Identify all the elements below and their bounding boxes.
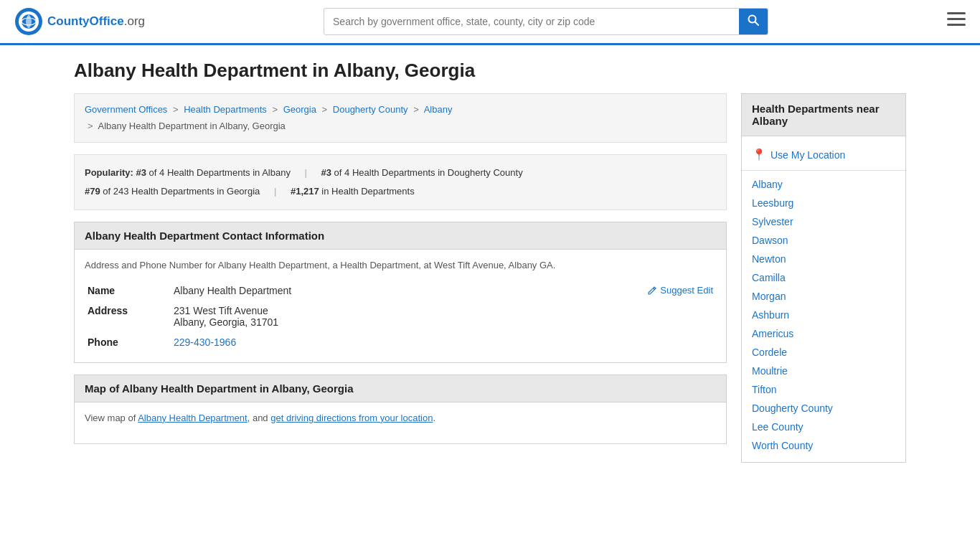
sidebar-link-lee-county[interactable]: Lee County bbox=[742, 418, 905, 436]
table-row-phone: Phone 229-430-1966 bbox=[85, 332, 716, 352]
name-value-container: Albany Health Department Suggest Edit bbox=[174, 285, 713, 296]
map-section: Map of Albany Health Department in Alban… bbox=[74, 375, 727, 444]
pop-div-2: | bbox=[274, 186, 276, 197]
pop-item-4: #1,217 in Health Departments bbox=[291, 182, 415, 201]
svg-rect-8 bbox=[947, 24, 966, 26]
sidebar-link-camilla[interactable]: Camilla bbox=[742, 268, 905, 287]
menu-icon[interactable] bbox=[947, 12, 966, 31]
pop-item-1: #3 of 4 Health Departments in Albany bbox=[136, 164, 291, 182]
phone-value-cell: 229-430-1966 bbox=[171, 332, 716, 352]
address-line1: 231 West Tift Avenue bbox=[174, 305, 713, 316]
sidebar-link-worth-county[interactable]: Worth County bbox=[742, 436, 905, 455]
breadcrumb-sep-3: > bbox=[322, 104, 328, 115]
use-my-location-button[interactable]: 📍 Use My Location bbox=[742, 143, 905, 166]
header: CountyOffice.org bbox=[0, 0, 980, 45]
pop-num-3: #79 bbox=[85, 186, 100, 197]
name-value: Albany Health Department bbox=[174, 285, 291, 296]
table-row-name: Name Albany Health Department bbox=[85, 281, 716, 301]
map-link1[interactable]: Albany Health Department bbox=[138, 413, 247, 423]
pop-div-1: | bbox=[305, 167, 307, 178]
phone-label: Phone bbox=[85, 332, 171, 352]
breadcrumb: Government Offices > Health Departments … bbox=[74, 93, 727, 143]
pop-num-4: #1,217 bbox=[291, 186, 319, 197]
sidebar-divider bbox=[742, 170, 905, 171]
breadcrumb-current: Albany Health Department in Albany, Geor… bbox=[98, 121, 286, 131]
sidebar-link-albany[interactable]: Albany bbox=[742, 175, 905, 194]
sidebar-link-newton[interactable]: Newton bbox=[742, 250, 905, 268]
map-desc-start: View map of bbox=[85, 413, 138, 423]
pop-item-3: #79 of 243 Health Departments in Georgia bbox=[85, 182, 260, 201]
sidebar-link-americus[interactable]: Americus bbox=[742, 324, 905, 343]
address-line2: Albany, Georgia, 31701 bbox=[174, 316, 713, 328]
sidebar-link-sylvester[interactable]: Sylvester bbox=[742, 212, 905, 231]
breadcrumb-link-gov[interactable]: Government Offices bbox=[85, 104, 167, 115]
breadcrumb-link-georgia[interactable]: Georgia bbox=[283, 104, 316, 115]
svg-rect-7 bbox=[947, 18, 966, 20]
search-input[interactable] bbox=[324, 10, 739, 33]
sidebar-link-cordele[interactable]: Cordele bbox=[742, 343, 905, 362]
contact-description: Address and Phone Number for Albany Heal… bbox=[85, 260, 716, 270]
logo-area: CountyOffice.org bbox=[14, 7, 145, 36]
location-pin-icon: 📍 bbox=[752, 148, 766, 161]
sidebar-link-ashburn[interactable]: Ashburn bbox=[742, 306, 905, 324]
contact-section-body: Address and Phone Number for Albany Heal… bbox=[74, 250, 727, 363]
name-label: Name bbox=[85, 281, 171, 301]
logo-text: CountyOffice.org bbox=[47, 14, 145, 29]
main-content: Government Offices > Health Departments … bbox=[74, 93, 727, 463]
address-label: Address bbox=[85, 301, 171, 332]
map-link2[interactable]: get driving directions from your locatio… bbox=[270, 413, 433, 423]
contact-table: Name Albany Health Department bbox=[85, 281, 716, 352]
phone-link[interactable]: 229-430-1966 bbox=[174, 336, 236, 348]
logo-icon bbox=[14, 7, 43, 36]
pop-num-2: #3 bbox=[321, 167, 331, 178]
page-title: Albany Health Department in Albany, Geor… bbox=[74, 60, 906, 82]
hamburger-icon bbox=[947, 12, 966, 27]
main-wrapper: Albany Health Department in Albany, Geor… bbox=[60, 45, 920, 477]
map-section-body: View map of Albany Health Department, an… bbox=[74, 402, 727, 444]
pop-num-1: #3 bbox=[136, 167, 146, 178]
use-my-location-label: Use My Location bbox=[771, 149, 845, 161]
contact-section: Albany Health Department Contact Informa… bbox=[74, 222, 727, 363]
breadcrumb-link-albany[interactable]: Albany bbox=[424, 104, 453, 115]
sidebar-body: 📍 Use My Location Albany Leesburg Sylves… bbox=[741, 136, 906, 463]
content-layout: Government Offices > Health Departments … bbox=[74, 93, 906, 463]
map-desc-end: . bbox=[433, 413, 435, 423]
sidebar-link-morgan[interactable]: Morgan bbox=[742, 287, 905, 306]
map-description: View map of Albany Health Department, an… bbox=[85, 413, 716, 423]
breadcrumb-sep-2: > bbox=[272, 104, 278, 115]
suggest-edit-link[interactable]: Suggest Edit bbox=[647, 285, 713, 296]
sidebar: Health Departments near Albany 📍 Use My … bbox=[741, 93, 906, 463]
search-icon bbox=[748, 14, 759, 26]
sidebar-link-dawson[interactable]: Dawson bbox=[742, 231, 905, 250]
map-desc-mid: , and bbox=[248, 413, 271, 423]
contact-section-header: Albany Health Department Contact Informa… bbox=[74, 222, 727, 250]
sidebar-link-dougherty-county[interactable]: Dougherty County bbox=[742, 399, 905, 418]
breadcrumb-sep-4: > bbox=[413, 104, 419, 115]
table-row-address: Address 231 West Tift Avenue Albany, Geo… bbox=[85, 301, 716, 332]
breadcrumb-link-health[interactable]: Health Departments bbox=[184, 104, 267, 115]
sidebar-link-moultrie[interactable]: Moultrie bbox=[742, 362, 905, 380]
sidebar-link-leesburg[interactable]: Leesburg bbox=[742, 194, 905, 212]
breadcrumb-sep-1: > bbox=[173, 104, 179, 115]
search-area bbox=[324, 8, 768, 35]
popularity-label: Popularity: bbox=[85, 167, 133, 178]
sidebar-header: Health Departments near Albany bbox=[741, 93, 906, 136]
pop-item-2: #3 of 4 Health Departments in Dougherty … bbox=[321, 164, 523, 182]
popularity-section: Popularity: #3 of 4 Health Departments i… bbox=[74, 154, 727, 210]
address-value: 231 West Tift Avenue Albany, Georgia, 31… bbox=[171, 301, 716, 332]
svg-line-5 bbox=[755, 22, 759, 26]
name-value-cell: Albany Health Department Suggest Edit bbox=[171, 281, 716, 301]
svg-rect-6 bbox=[947, 12, 966, 14]
search-button[interactable] bbox=[739, 9, 768, 34]
edit-icon bbox=[647, 286, 657, 296]
breadcrumb-sep-5: > bbox=[88, 121, 93, 131]
breadcrumb-link-dougherty[interactable]: Dougherty County bbox=[333, 104, 408, 115]
sidebar-link-tifton[interactable]: Tifton bbox=[742, 380, 905, 399]
map-section-header: Map of Albany Health Department in Alban… bbox=[74, 375, 727, 402]
